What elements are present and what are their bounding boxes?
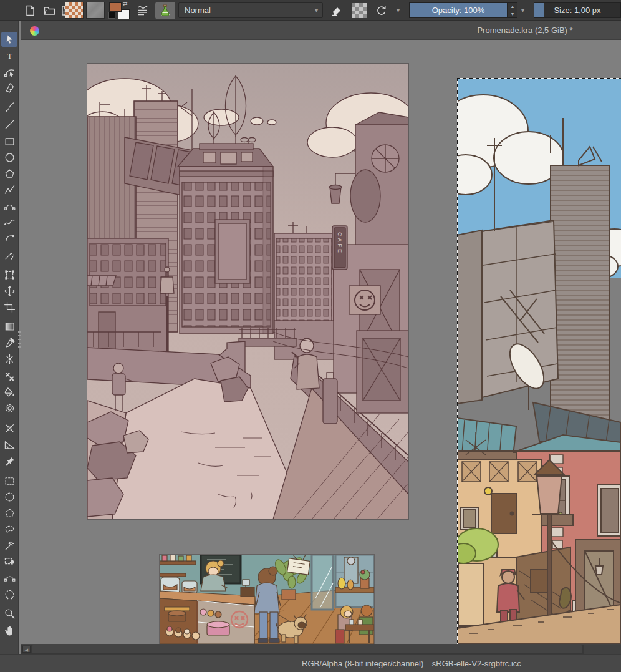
elliptical-selection-tool[interactable] [1,489,17,504]
measure-tool[interactable] [1,437,17,452]
ellipse-tool[interactable] [1,150,17,165]
bezier-curve-tool[interactable] [1,198,17,213]
line-icon [4,119,16,130]
status-text: RGB/Alpha (8-bit integer/channel) sRGB-e… [202,659,621,668]
similar-color-selection-tool[interactable] [1,554,17,569]
enclose-and-fill-tool[interactable] [1,401,17,416]
select-shapes-tool[interactable] [1,32,17,47]
pattern-swatch[interactable] [65,2,84,19]
line-tool[interactable] [1,117,17,132]
opacity-options-caret-icon[interactable]: ▾ [521,7,524,14]
svg-text:T: T [7,51,12,60]
reference-images-tool[interactable] [1,454,17,469]
fill-tool[interactable] [1,384,17,399]
magnetic-selection-tool[interactable] [1,587,17,601]
text-icon: T [4,50,16,62]
multibrush-icon [4,249,16,261]
calligraphy-icon [4,82,16,94]
contiguous-select-icon [4,540,16,552]
polygon-icon [4,168,16,180]
freehand-path-tool[interactable] [1,215,17,230]
crop-icon [4,301,16,313]
reset-colors-icon[interactable] [108,12,115,19]
scrollbar-corner [584,645,621,654]
artwork-bottom-cafe[interactable] [160,555,374,644]
blending-mode-value: Normal [185,6,211,15]
krita-color-wheel-icon [30,26,39,36]
gradient-swatch[interactable] [86,2,105,19]
rectangle-tool[interactable] [1,134,17,149]
panel-drag-handle[interactable] [18,329,21,348]
pan-icon [4,625,16,636]
freehand-brush-tool[interactable] [1,100,17,115]
horizontal-scrollbar-thumb[interactable] [32,645,582,653]
artwork-center-lineart[interactable]: CAFE [87,64,408,519]
ellipse-icon [4,152,16,163]
edit-shapes-tool[interactable] [1,64,17,79]
foreground-background-colors[interactable]: ⇄ [108,1,133,20]
assistants-icon [4,422,16,434]
assistants-tool[interactable] [1,421,17,436]
pan-tool[interactable] [1,623,17,638]
foreground-color-swatch[interactable] [109,2,122,12]
bezier-selection-tool[interactable] [1,570,17,585]
crop-tool[interactable] [1,299,17,314]
color-profile-label: sRGB-elle-V2-srgbtrc.icc [432,659,521,668]
fill-icon [4,386,16,398]
move-tool[interactable] [1,283,17,298]
krita-window: { "top_toolbar": { "icons": ["new-docume… [0,0,621,672]
opacity-slider[interactable]: Opacity: 100% [409,2,508,18]
dynamic-brush-tool[interactable] [1,231,17,246]
open-document-icon[interactable] [42,4,56,17]
polygon-tool[interactable] [1,166,17,181]
size-slider[interactable]: Size: 1,00 px [534,2,621,18]
smart-patch-tool[interactable] [1,351,17,366]
opacity-spinner-icon[interactable]: ▲▼ [508,2,518,18]
brush-editor-icon[interactable] [136,4,150,17]
smart-patch-icon [4,353,16,365]
dynamic-brush-icon [4,233,16,245]
blending-mode-dropdown[interactable]: Normal ▾ [178,2,323,18]
calligraphy-tool[interactable] [1,80,17,95]
gradient-tool[interactable] [1,319,17,334]
brush-preset-button[interactable] [155,2,175,19]
text-tool[interactable]: T [1,48,17,63]
document-tab-bar: Promenade.kra (2,5 GiB) * [21,21,621,40]
eraser-icon[interactable] [330,4,344,17]
polyline-tool[interactable] [1,182,17,197]
reference-images-icon [4,455,16,467]
measure-icon [4,439,16,450]
multibrush-tool[interactable] [1,247,17,262]
rect-select-icon [4,475,16,487]
contiguous-selection-tool[interactable] [1,538,17,553]
scroll-left-icon[interactable]: ◀ [22,646,31,653]
canvas-area[interactable]: CAFE [21,40,621,644]
enclose-fill-icon [4,402,16,414]
color-sampler-tool[interactable] [1,335,17,350]
artwork-right-colored-selection[interactable] [457,78,621,644]
selection-marching-ants-top [457,78,621,79]
rectangular-selection-tool[interactable] [1,473,17,488]
transform-icon [4,269,16,281]
freehand-path-icon [4,217,16,228]
polygonal-selection-tool[interactable] [1,505,17,520]
horizontal-scrollbar[interactable]: ◀ [21,644,621,654]
color-model-label: RGB/Alpha (8-bit integer/channel) [302,659,423,668]
colorize-mask-tool[interactable] [1,368,17,383]
cafe-sign-text: CAFE [337,232,343,255]
transform-tool[interactable] [1,267,17,282]
zoom-icon [4,608,16,620]
similar-select-icon [4,556,16,568]
edit-shapes-icon [4,66,16,78]
poly-select-icon [4,507,16,519]
zoom-tool[interactable] [1,606,17,621]
magnetic-select-icon [4,588,16,600]
swap-colors-icon[interactable]: ⇄ [123,1,128,7]
reload-preset-icon[interactable] [375,4,388,17]
freehand-selection-tool[interactable] [1,522,17,537]
bezier-select-icon [4,572,16,584]
colorize-mask-icon [4,370,16,382]
reload-options-caret-icon[interactable]: ▾ [397,7,400,14]
new-document-icon[interactable] [24,4,37,17]
preserve-alpha-checker-icon[interactable] [352,3,367,18]
